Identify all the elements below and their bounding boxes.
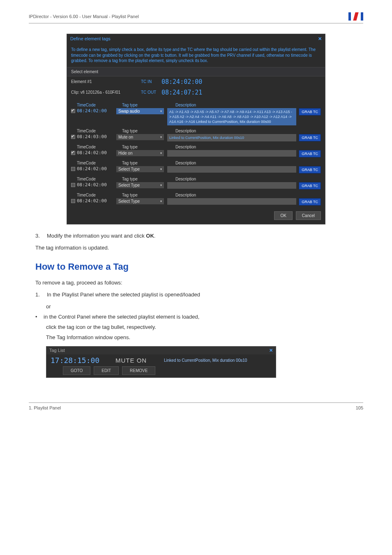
row-checkbox[interactable] [71,108,77,113]
col-tagtype: Tag type [122,145,175,149]
footer-right: 105 [356,405,363,410]
row-description [167,166,296,173]
footer-left: 1. Playlist Panel [29,405,61,410]
goto-button[interactable]: GOTO [63,366,90,375]
tag-type-dropdown[interactable]: Select Type▾ [116,182,164,188]
tag-list-type: MUTE ON [112,355,161,365]
tag-type-dropdown[interactable]: Hide on▾ [116,150,164,156]
tag-list-desc: Linked to CurrentPosition, Mix duration … [161,356,276,364]
col-description: Description [175,177,321,181]
row-description [167,150,296,157]
tag-type-dropdown[interactable]: Swap audio▾ [116,108,164,114]
tcout-label: TC OUT [141,90,161,95]
define-element-tags-dialog: Define element tags ✕ To define a new ta… [67,34,325,224]
row-timecode: 08:24:02:00 [77,150,116,155]
tag-list-window: Tag List ✕ 17:28:15:00 MUTE ON Linked to… [46,346,276,378]
tcin-value: 08:24:02:00 [161,78,202,86]
remove-intro: To remove a tag, proceed as follows: [35,280,363,286]
row-description [167,198,296,205]
tag-list-row: 17:28:15:00 MUTE ON Linked to CurrentPos… [46,354,276,366]
or-text: or [46,303,363,310]
edit-button[interactable]: EDIT [94,366,119,375]
doc-header-text: IPDirector - Version 6.00 - User Manual … [29,14,139,19]
row-timecode: 08:24:02:00 [77,198,116,204]
click-text: click the tag icon or the tag bullet, re… [46,324,363,330]
clip-label: Clip: vfi 120126a - 610F/01 [71,90,141,95]
step-text: Modify the information you want and clic… [47,233,155,239]
tag-rows-block: TimeCodeTag typeDescription08:24:02:00Sw… [67,98,325,208]
col-tagtype: Tag type [122,161,175,165]
tag-list-title-bar: Tag List ✕ [46,347,276,354]
chevron-down-icon: ▾ [160,183,162,187]
col-tagtype: Tag type [122,129,175,133]
remove-button[interactable]: REMOVE [122,366,155,375]
tag-row: 08:24:03:00Mute on▾Linked to CurrentPosi… [71,134,321,141]
tag-list-tc: 17:28:15:00 [46,354,112,366]
step-number: 1. [35,291,42,298]
col-timecode: TimeCode [77,145,122,149]
row-timecode: 08:24:02:00 [77,182,116,187]
row-description: Linked to CurrentPosition, Mix duration … [167,134,296,141]
close-icon[interactable]: ✕ [318,36,322,42]
close-icon[interactable]: ✕ [269,348,273,353]
tcout-value: 08:24:07:21 [161,89,202,96]
dialog-title-bar: Define element tags ✕ [67,34,325,44]
tag-row: 08:24:02:00Select Type▾GRAB TC [71,182,321,190]
row-checkbox[interactable] [71,198,77,203]
tag-row: 08:24:02:00Swap audio▾A1 -> A1 A3 -> A3 … [71,108,321,125]
step-1: 1. In the Playlist Panel where the selec… [35,291,363,298]
grab-tc-button[interactable]: GRAB TC [299,134,321,141]
col-description: Description [175,103,321,107]
updated-text: The tag information is updated. [35,245,363,251]
dialog-footer: OK Cancel [67,207,325,224]
grab-tc-button[interactable]: GRAB TC [299,182,321,190]
chevron-down-icon: ▾ [160,135,162,139]
row-timecode: 08:24:02:00 [77,108,116,113]
tag-list-buttons: GOTO EDIT REMOVE [46,366,276,377]
tag-row: 08:24:02:00Select Type▾GRAB TC [71,198,321,206]
grab-tc-button[interactable]: GRAB TC [299,150,321,157]
tag-row-header: TimeCodeTag typeDescription [71,103,321,107]
tag-type-dropdown[interactable]: Mute on▾ [116,134,164,140]
bullet-item: • in the Control Panel where the selecte… [35,314,363,320]
tag-row-header: TimeCodeTag typeDescription [71,177,321,181]
grab-tc-button[interactable]: GRAB TC [299,198,321,206]
document-footer: 1. Playlist Panel 105 [29,402,363,410]
col-description: Description [175,161,321,165]
bullet-dot: • [35,314,39,320]
col-description: Description [175,193,321,197]
dialog-title: Define element tags [70,36,111,42]
element-label: Element #1 [71,79,141,84]
opens-text: The Tag Information window opens. [46,334,363,340]
tag-type-dropdown[interactable]: Select Type▾ [116,198,164,204]
col-description: Description [175,129,321,133]
grab-tc-button[interactable]: GRAB TC [299,166,321,173]
document-header: IPDirector - Version 6.00 - User Manual … [29,12,363,23]
row-checkbox[interactable] [71,150,77,155]
ok-button[interactable]: OK [274,211,292,220]
row-checkbox[interactable] [71,134,77,139]
step-text: In the Playlist Panel where the selected… [47,291,200,298]
tag-row: 08:24:02:00Hide on▾GRAB TC [71,150,321,157]
grab-tc-button[interactable]: GRAB TC [299,108,321,116]
col-timecode: TimeCode [77,193,122,197]
tag-row-header: TimeCodeTag typeDescription [71,145,321,149]
row-description: A1 -> A1 A3 -> A3 A5 -> A5 A7 -> A7 A8 -… [167,108,296,125]
col-timecode: TimeCode [77,161,122,165]
col-timecode: TimeCode [77,129,122,133]
row-checkbox[interactable] [71,182,77,187]
chevron-down-icon: ▾ [160,167,162,171]
row-checkbox[interactable] [71,166,77,171]
row-timecode: 08:24:02:00 [77,166,116,171]
step-number: 3. [35,233,42,239]
tag-list-title: Tag List [49,348,65,353]
cancel-button[interactable]: Cancel [296,211,321,220]
section-heading: How to Remove a Tag [35,261,363,272]
chevron-down-icon: ▾ [160,151,162,155]
tag-row-header: TimeCodeTag typeDescription [71,161,321,165]
tag-type-dropdown[interactable]: Select Type▾ [116,166,164,172]
col-description: Description [175,145,321,149]
dialog-intro-text: To define a new tag, simply check a box,… [67,44,325,67]
tcin-label: TC IN [141,79,161,84]
col-tagtype: Tag type [122,103,175,107]
